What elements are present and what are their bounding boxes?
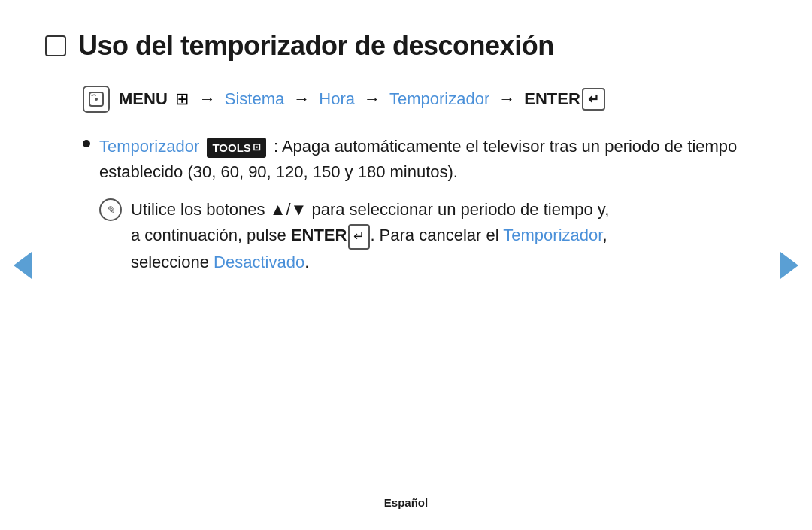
- prev-arrow[interactable]: [14, 252, 32, 279]
- nav-sistema: Sistema: [225, 89, 284, 109]
- tools-badge: TOOLS⊡: [207, 138, 265, 158]
- page-title: Uso del temporizador de desconexión: [78, 30, 554, 62]
- note-text: Utilice los botones ▲/▼ para seleccionar…: [131, 197, 609, 275]
- page-container: Uso del temporizador de desconexión MENU…: [0, 0, 812, 530]
- checkbox-icon: [45, 35, 66, 56]
- bullet-text: Temporizador TOOLS⊡ : Apaga automáticame…: [99, 134, 752, 185]
- note-icon: ✎: [99, 198, 122, 221]
- menu-label: MENU: [119, 89, 168, 109]
- desactivado-link: Desactivado: [214, 253, 304, 271]
- nav-hora: Hora: [319, 89, 355, 109]
- temporizador-link-2: Temporizador: [503, 226, 602, 244]
- nav-temporizador: Temporizador: [389, 89, 489, 109]
- svg-point-1: [95, 98, 98, 101]
- menu-nav-row: MENU ⊞ → Sistema → Hora → Temporizador →…: [83, 86, 752, 113]
- arrow-3: →: [364, 89, 380, 109]
- enter-bold: ENTER: [291, 226, 347, 244]
- note-line-2: a continuación, pulse ENTER↵. Para cance…: [131, 223, 609, 250]
- enter-icon: ↵: [582, 88, 605, 111]
- arrow-2: →: [293, 89, 310, 109]
- content-section: Temporizador TOOLS⊡ : Apaga automáticame…: [83, 134, 752, 275]
- footer-language: Español: [384, 496, 428, 509]
- bullet-row: Temporizador TOOLS⊡ : Apaga automáticame…: [83, 134, 752, 185]
- arrow-1: →: [199, 89, 216, 109]
- note-line-3: seleccione Desactivado.: [131, 250, 609, 275]
- bullet-dot: [83, 140, 90, 147]
- next-arrow[interactable]: [780, 252, 798, 279]
- menu-icon: [83, 86, 110, 113]
- arrow-4: →: [498, 89, 515, 109]
- note-line-1: Utilice los botones ▲/▼ para seleccionar…: [131, 197, 609, 223]
- enter-button-label: ENTER↵: [524, 88, 605, 111]
- title-row: Uso del temporizador de desconexión: [45, 30, 752, 62]
- temporizador-link-1: Temporizador: [99, 137, 199, 156]
- note-row: ✎ Utilice los botones ▲/▼ para seleccion…: [99, 197, 752, 275]
